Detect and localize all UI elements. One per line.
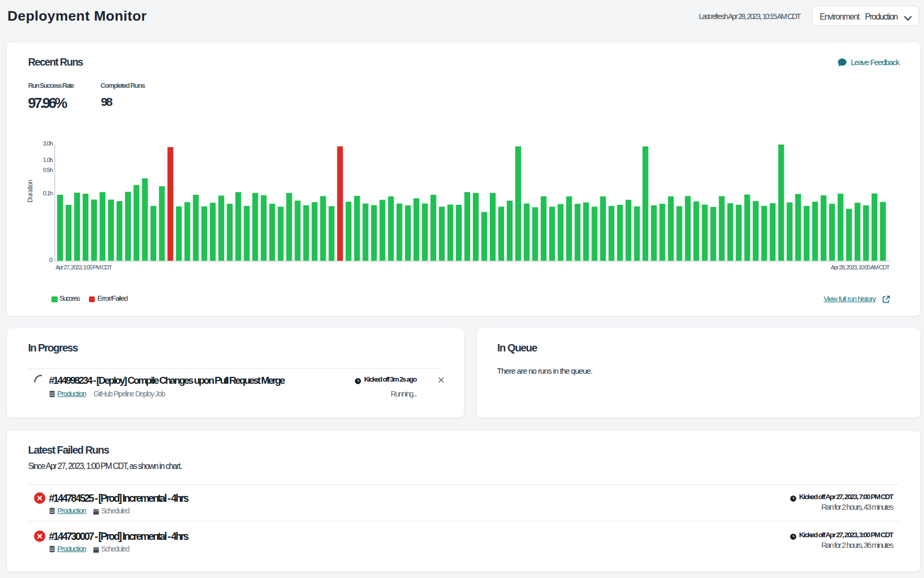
svg-text:0.1h: 0.1h: [43, 189, 53, 196]
svg-text:Apr 28, 2023, 10:00 AM CDT: Apr 28, 2023, 10:00 AM CDT: [831, 264, 890, 270]
svg-text:1.0h: 1.0h: [43, 156, 53, 163]
svg-text:0: 0: [49, 256, 52, 263]
svg-text:Apr 27, 2023, 1:00 PM CDT: Apr 27, 2023, 1:00 PM CDT: [56, 264, 112, 270]
svg-text:3.0h: 3.0h: [43, 140, 53, 147]
svg-text:Duration: Duration: [26, 180, 34, 203]
svg-text:0.5h: 0.5h: [43, 166, 53, 173]
